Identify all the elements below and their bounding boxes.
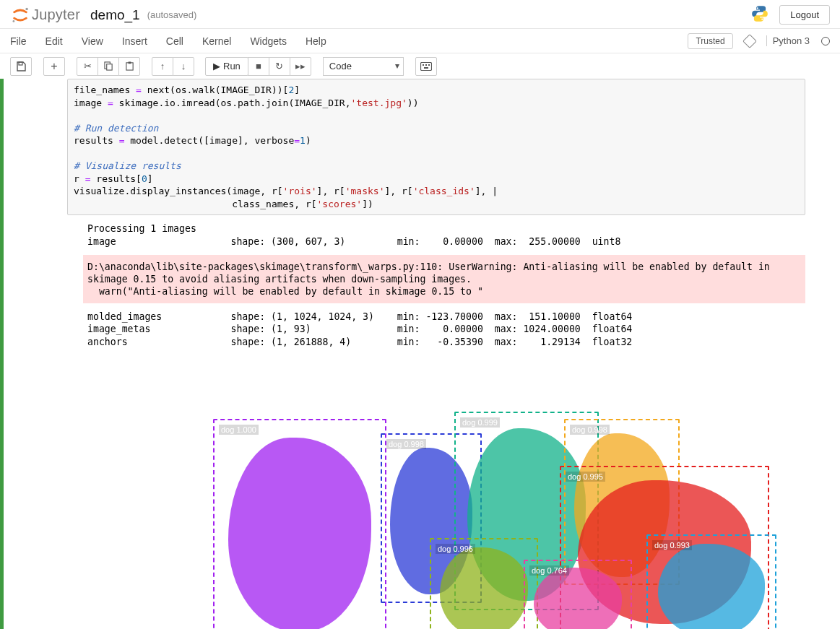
svg-rect-7 (126, 63, 132, 70)
menu-widgets[interactable]: Widgets (250, 35, 287, 47)
celltype-wrap: Code (323, 57, 404, 76)
toolbar: + ✂ ↑ ↓ ▶ Run ■ ↻ ▸▸ Code (0, 53, 840, 79)
jupyter-icon (10, 5, 30, 25)
detection-label: dog 0.996 (436, 544, 475, 554)
command-palette-button[interactable] (415, 57, 437, 76)
arrow-down-icon: ↓ (181, 61, 186, 71)
code-input-area[interactable]: file_names = next(os.walk(IMAGE_DIR))[2]… (67, 79, 805, 215)
copy-button[interactable] (98, 57, 119, 76)
fast-forward-icon: ▸▸ (295, 61, 306, 71)
paste-icon (125, 61, 134, 71)
run-label: Run (223, 61, 241, 71)
cut-button[interactable]: ✂ (77, 57, 98, 76)
svg-point-3 (761, 19, 763, 20)
svg-rect-13 (424, 67, 428, 69)
svg-point-1 (13, 20, 15, 22)
detection-label: dog 0.999 (460, 417, 500, 428)
celltype-select[interactable]: Code (323, 57, 404, 76)
play-icon: ▶ (213, 61, 220, 71)
logout-button[interactable]: Logout (779, 5, 830, 25)
svg-point-2 (757, 7, 758, 9)
trusted-indicator[interactable]: Trusted (688, 33, 732, 49)
svg-rect-10 (423, 64, 424, 66)
menu-view[interactable]: View (82, 35, 103, 47)
jupyter-text: Jupyter (32, 6, 80, 23)
code-cell[interactable]: file_names = next(os.walk(IMAGE_DIR))[2]… (0, 79, 840, 629)
move-up-button[interactable]: ↑ (152, 57, 173, 76)
menubar: File Edit View Insert Cell Kernel Widget… (0, 29, 840, 53)
detection-box: dog 0.764 (524, 560, 632, 629)
python-kernel-icon (750, 4, 769, 25)
menubar-right: Trusted Python 3 (688, 33, 830, 49)
detection-label: dog 0.993 (652, 540, 692, 550)
svg-rect-4 (19, 62, 22, 65)
arrow-up-icon: ↑ (160, 61, 165, 71)
interrupt-button[interactable]: ■ (248, 57, 269, 76)
output-area: Processing 1 images image shape: (300, 6… (83, 220, 805, 629)
detection-mask (658, 544, 765, 629)
svg-rect-11 (425, 64, 427, 66)
stderr-warning: D:\anaconda\lib\site-packages\skimage\tr… (83, 255, 805, 303)
menu-cell[interactable]: Cell (166, 35, 183, 47)
code-source[interactable]: file_names = next(os.walk(IMAGE_DIR))[2]… (74, 84, 799, 210)
jupyter-logo[interactable]: Jupyter (10, 5, 80, 25)
detection-mask (228, 438, 371, 629)
move-down-button[interactable]: ↓ (173, 57, 194, 76)
kernel-status-icon (821, 37, 830, 45)
restart-icon: ↻ (275, 61, 283, 71)
detection-mask (440, 547, 529, 629)
edit-icon[interactable] (742, 34, 757, 48)
menu-help[interactable]: Help (306, 35, 326, 47)
detection-label: dog 1.000 (219, 425, 259, 435)
menu-file[interactable]: File (10, 35, 27, 47)
kernel-name[interactable]: Python 3 (766, 35, 810, 46)
add-cell-button[interactable]: + (43, 57, 65, 76)
svg-rect-8 (128, 61, 131, 64)
detection-box: dog 1.000 (213, 419, 386, 629)
header-right: Logout (750, 4, 830, 25)
run-button[interactable]: ▶ Run (205, 57, 248, 76)
svg-rect-12 (428, 64, 430, 66)
notebook-name[interactable]: demo_1 (90, 7, 140, 23)
plus-icon: + (51, 61, 57, 72)
copy-icon (104, 61, 113, 71)
notebook-header: Jupyter demo_1 (autosaved) Logout (0, 0, 840, 29)
detection-mask (534, 568, 623, 629)
svg-rect-9 (420, 62, 431, 70)
stdout-2: molded_images shape: (1, 1024, 1024, 3) … (83, 308, 805, 350)
stdout-1: Processing 1 images image shape: (300, 6… (83, 220, 805, 250)
menu-kernel[interactable]: Kernel (202, 35, 231, 47)
menu-insert[interactable]: Insert (122, 35, 147, 47)
detection-figure: https://blog.csdn.net/Exploer_TRY dog 1.… (155, 361, 840, 629)
save-button[interactable] (10, 57, 32, 76)
svg-point-0 (25, 7, 28, 10)
autosave-status: (autosaved) (147, 9, 197, 20)
detection-label: dog 0.764 (529, 565, 569, 576)
menu-edit[interactable]: Edit (46, 35, 63, 47)
keyboard-icon (420, 62, 432, 71)
detection-box: dog 0.993 (646, 534, 776, 629)
save-icon (16, 61, 26, 71)
clipboard-group: ✂ (77, 57, 140, 76)
paste-button[interactable] (118, 57, 140, 76)
detection-box: dog 0.996 (430, 538, 538, 629)
move-group: ↑ ↓ (152, 57, 194, 76)
restart-run-button[interactable]: ▸▸ (290, 57, 311, 76)
run-group: ▶ Run ■ ↻ ▸▸ (206, 57, 311, 76)
detection-label: dog 0.998 (386, 439, 426, 449)
cut-icon: ✂ (84, 61, 92, 71)
restart-button[interactable]: ↻ (269, 57, 290, 76)
stop-icon: ■ (256, 61, 261, 71)
notebook: file_names = next(os.walk(IMAGE_DIR))[2]… (0, 79, 840, 629)
detection-label: dog 0.998 (570, 425, 610, 435)
svg-rect-6 (106, 64, 111, 70)
detection-label: dog 0.995 (566, 472, 605, 482)
